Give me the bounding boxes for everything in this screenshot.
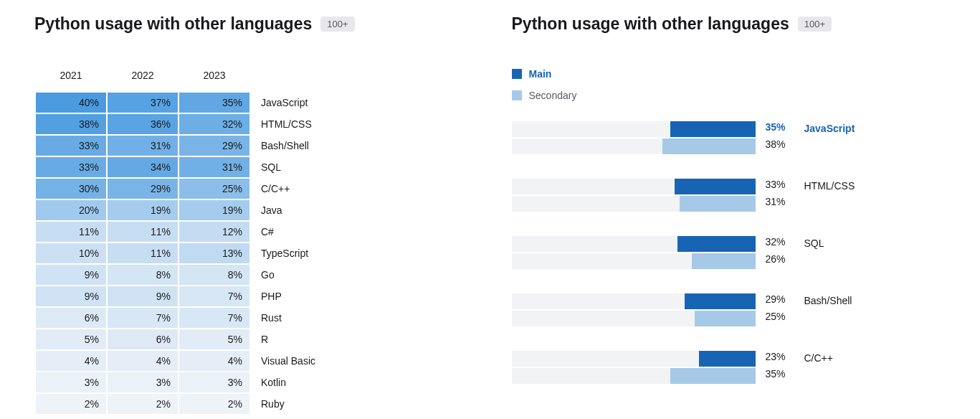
heatmap-header-row: 2021 2022 2023 [36,70,366,91]
bar-track-secondary [512,138,756,154]
heatmap-cell[interactable]: 9% [108,286,178,306]
heatmap-cell[interactable]: 31% [108,136,178,156]
bar-group[interactable]: 32%26%SQL [512,236,946,270]
bar-fill-main [699,351,755,367]
bar-values: 32%26% [766,236,794,270]
heatmap-cell[interactable]: 4% [36,351,106,371]
heatmap-row: 30%29%25%C/C++ [36,179,366,199]
heatmap-cell[interactable]: 4% [179,351,249,371]
bar-value-main: 32% [766,236,794,253]
heatmap-cell[interactable]: 36% [108,114,178,134]
bar-group[interactable]: 23%35%C/C++ [512,351,946,385]
heatmap-cell[interactable]: 20% [36,200,106,220]
heatmap-cell[interactable]: 32% [179,114,249,134]
heatmap-cell[interactable]: 11% [36,222,106,242]
heatmap-row: 40%37%35%JavaScript [36,93,366,113]
heatmap-cell[interactable]: 5% [36,329,106,349]
heatmap-cell[interactable]: 2% [36,394,106,414]
bar-category-label: C/C++ [804,351,833,364]
bar-value-secondary: 31% [766,196,794,213]
bar-category-label: SQL [804,236,824,249]
legend: Main Secondary [512,68,946,101]
heatmap-cell[interactable]: 12% [179,222,249,242]
heatmap-cell[interactable]: 31% [179,157,249,177]
bar-group[interactable]: 35%38%JavaScript [512,121,946,156]
heatmap-cell[interactable]: 35% [179,93,249,113]
bar-track-main [512,351,756,367]
heatmap-cell[interactable]: 2% [179,394,249,414]
bar-value-main: 35% [766,121,794,138]
heatmap-row: 5%6%5%R [36,329,366,349]
bar-track-main [512,293,756,309]
heatmap-cell[interactable]: 5% [179,329,249,349]
bar-values: 23%35% [766,351,794,385]
heatmap-row-label: C# [251,222,366,242]
legend-item-secondary[interactable]: Secondary [512,90,946,101]
legend-label-secondary: Secondary [529,90,577,101]
heatmap-row-label: Bash/Shell [251,136,366,156]
heatmap-row-label: Rust [251,308,366,328]
bar-track-col [512,293,756,328]
bar-fill-main [670,121,756,137]
legend-swatch-secondary [512,90,522,100]
year-col-2: 2023 [179,70,249,91]
heatmap-cell[interactable]: 6% [108,329,178,349]
bar-value-secondary: 26% [766,253,794,270]
heatmap-cell[interactable]: 4% [108,351,178,371]
heatmap-cell[interactable]: 10% [36,243,106,263]
bar-values: 33%31% [766,179,794,213]
heatmap-cell[interactable]: 19% [179,200,249,220]
heatmap-cell[interactable]: 3% [36,372,106,392]
heatmap-cell[interactable]: 7% [179,308,249,328]
heatmap-cell[interactable]: 3% [108,372,178,392]
bar-group[interactable]: 29%25%Bash/Shell [512,293,946,328]
bar-fill-main [685,293,756,309]
bar-track-col [512,121,756,156]
heatmap-cell[interactable]: 33% [36,157,106,177]
heatmap-row-label: C/C++ [251,179,366,199]
heatmap-row: 4%4%4%Visual Basic [36,351,366,371]
legend-item-main[interactable]: Main [512,68,946,80]
bar-values: 35%38% [766,121,794,156]
heatmap-cell[interactable]: 8% [108,265,178,285]
bar-track-secondary [512,368,756,384]
heatmap-cell[interactable]: 9% [36,265,106,285]
heatmap-row-label: Go [251,265,366,285]
heatmap-cell[interactable]: 34% [108,157,178,177]
bar-fill-secondary [662,138,755,154]
heatmap-cell[interactable]: 7% [179,286,249,306]
bar-track-main [512,179,756,194]
heatmap-cell[interactable]: 9% [36,286,106,306]
heatmap-row-label: Kotlin [251,372,366,392]
bar-category-label: HTML/CSS [804,179,855,192]
bars-region: 35%38%JavaScript33%31%HTML/CSS32%26%SQL2… [512,121,946,385]
heatmap-cell[interactable]: 19% [108,200,178,220]
year-col-0: 2021 [36,70,106,91]
heatmap-cell[interactable]: 37% [108,93,178,113]
heatmap-cell[interactable]: 7% [108,308,178,328]
heatmap-cell[interactable]: 13% [179,243,249,263]
heatmap-cell[interactable]: 11% [108,222,178,242]
heatmap-row: 6%7%7%Rust [36,308,366,328]
heatmap-cell[interactable]: 3% [179,372,249,392]
heatmap-cell[interactable]: 25% [179,179,249,199]
heatmap-row-label: Java [251,200,366,220]
barchart-panel: Python usage with other languages 100+ M… [512,14,946,415]
heatmap-cell[interactable]: 29% [179,136,249,156]
heatmap-cell[interactable]: 38% [36,114,106,134]
heatmap-cell[interactable]: 29% [108,179,178,199]
heatmap-cell[interactable]: 11% [108,243,178,263]
respondent-count-badge: 100+ [320,17,354,32]
heatmap-row-label: Visual Basic [251,351,366,371]
heatmap-cell[interactable]: 8% [179,265,249,285]
heatmap-cell[interactable]: 33% [36,136,106,156]
heatmap-cell[interactable]: 30% [36,179,106,199]
heatmap-cell[interactable]: 6% [36,308,106,328]
legend-label-main: Main [529,68,552,80]
heatmap-row-label: TypeScript [251,243,366,263]
heatmap-cell[interactable]: 40% [36,93,106,113]
bar-group[interactable]: 33%31%HTML/CSS [512,179,946,213]
heatmap-cell[interactable]: 2% [108,394,178,414]
heatmap-row: 38%36%32%HTML/CSS [36,114,366,134]
heatmap-row: 33%34%31%SQL [36,157,366,177]
